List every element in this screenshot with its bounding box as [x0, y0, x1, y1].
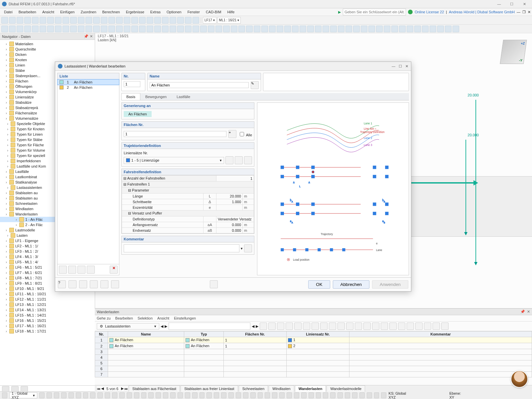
- bp-tool-button[interactable]: [286, 323, 293, 330]
- toolbar-button[interactable]: [323, 26, 329, 32]
- toolbar-button[interactable]: [177, 17, 184, 24]
- tree-item[interactable]: ›LF12 - ML1 : 11/21: [0, 297, 95, 302]
- toolbar-button[interactable]: [32, 17, 39, 24]
- sb-button[interactable]: [301, 392, 307, 398]
- panel-close-icon[interactable]: ✕: [90, 34, 93, 39]
- sb-button[interactable]: [337, 392, 343, 398]
- sb-button[interactable]: [39, 392, 45, 398]
- toolbar-button[interactable]: [93, 26, 100, 32]
- toolbar-button[interactable]: [193, 17, 199, 24]
- surface-input[interactable]: [124, 131, 226, 137]
- toolbar-button[interactable]: [307, 26, 314, 32]
- sb-button[interactable]: [178, 392, 183, 398]
- close-button[interactable]: ✕: [519, 2, 530, 6]
- pick-icon[interactable]: ⌖: [228, 130, 236, 138]
- next2-icon[interactable]: ▶: [256, 324, 258, 329]
- bp-tab[interactable]: Stablasten aus freier Linienlast: [181, 385, 238, 392]
- toolbar-button[interactable]: [108, 26, 115, 32]
- toolbar-button[interactable]: [391, 26, 398, 32]
- toolbar-button[interactable]: [124, 17, 130, 24]
- toolbar-button[interactable]: [47, 26, 54, 32]
- sb-button[interactable]: [323, 392, 328, 398]
- toolbar-button[interactable]: [223, 26, 230, 32]
- tree-item[interactable]: ›Querschnitte: [0, 47, 95, 52]
- toolbar-button[interactable]: [78, 17, 84, 24]
- mdi-restore-icon[interactable]: ❐: [522, 10, 526, 14]
- moving-loads-table[interactable]: Nr.NameTyp Flächen Nr.Liniensatz Nr.Komm…: [95, 331, 532, 377]
- opt3-icon[interactable]: [100, 280, 108, 288]
- bp-tool-button[interactable]: [372, 323, 379, 330]
- sb-icon[interactable]: [2, 392, 7, 398]
- toolbar-button[interactable]: [353, 26, 360, 32]
- toolbar-button[interactable]: [193, 26, 199, 32]
- tree-item[interactable]: ›LF17 - ML1 : 16/21: [0, 323, 95, 329]
- panel-pin-icon[interactable]: 📌: [520, 310, 525, 314]
- bp-tool-button[interactable]: [337, 323, 345, 330]
- pin-icon[interactable]: 📌: [84, 34, 88, 39]
- toolbar-button[interactable]: [55, 17, 62, 24]
- toolbar-button[interactable]: [154, 26, 161, 32]
- units-icon[interactable]: [68, 280, 76, 288]
- sb-button[interactable]: [258, 392, 263, 398]
- sb-button[interactable]: [112, 392, 117, 398]
- sb-button[interactable]: [316, 392, 321, 398]
- bp-combo[interactable]: ⚙Lastassistenten▾: [97, 323, 159, 330]
- bp-tool-button[interactable]: [268, 323, 276, 330]
- sb-button[interactable]: [185, 392, 190, 398]
- sb-button[interactable]: [163, 392, 168, 398]
- toolbar-button[interactable]: [292, 26, 299, 32]
- toolbar-button[interactable]: [376, 26, 383, 32]
- toolbar-button[interactable]: [384, 26, 390, 32]
- bp-tool-button[interactable]: [312, 323, 319, 330]
- sb-button[interactable]: [97, 392, 103, 398]
- cs-combo[interactable]: 1 - Global XYZ ▾: [9, 392, 37, 398]
- next-icon[interactable]: ▶: [165, 324, 167, 329]
- sb-button[interactable]: [90, 392, 95, 398]
- mdi-close-icon[interactable]: ✕: [528, 10, 531, 14]
- toolbar-button[interactable]: [162, 26, 169, 32]
- toolbar-button[interactable]: [139, 17, 146, 24]
- apply-button[interactable]: Anwenden: [372, 280, 408, 289]
- toolbar-button[interactable]: [131, 17, 138, 24]
- sb-button[interactable]: [221, 392, 226, 398]
- toolbar-button[interactable]: [361, 26, 367, 32]
- bp-filter-input[interactable]: [169, 323, 250, 330]
- toolbar-button[interactable]: [85, 17, 92, 24]
- bp-tool-button[interactable]: [355, 323, 362, 330]
- bp-tool-button[interactable]: [381, 323, 388, 330]
- toolbar-button[interactable]: [399, 26, 406, 32]
- menu-datei[interactable]: Datei: [1, 9, 15, 15]
- nr-input[interactable]: [124, 81, 140, 87]
- minimize-button[interactable]: —: [493, 2, 505, 6]
- toolbar-button[interactable]: [116, 17, 123, 24]
- toolbar-button[interactable]: [238, 26, 245, 32]
- bp-menu[interactable]: Selektion: [138, 316, 153, 320]
- bp-menu[interactable]: Bearbeiten: [115, 316, 133, 320]
- sb-button[interactable]: [105, 392, 110, 398]
- opt2-icon[interactable]: [90, 280, 98, 288]
- toolbar-button[interactable]: [9, 26, 16, 32]
- toolbar-button[interactable]: [147, 17, 153, 24]
- bp-tool-button[interactable]: [424, 323, 431, 330]
- toolbar-button[interactable]: [407, 26, 413, 32]
- menu-ergebnisse[interactable]: Ergebnisse: [123, 9, 147, 15]
- toolbar-button[interactable]: [445, 26, 452, 32]
- toolbar-button[interactable]: [9, 17, 16, 24]
- sb-button[interactable]: [134, 392, 139, 398]
- gen-value[interactable]: An Flächen: [124, 111, 152, 117]
- new-lineset-icon[interactable]: [225, 156, 233, 164]
- sb-button[interactable]: [294, 392, 299, 398]
- toolbar-button[interactable]: [437, 26, 444, 32]
- maximize-button[interactable]: ☐: [506, 2, 517, 6]
- bp-menu[interactable]: Ansicht: [157, 316, 169, 320]
- sb-button[interactable]: [61, 392, 66, 398]
- tab-lastfaelle[interactable]: Lastfälle: [172, 93, 195, 100]
- toolbar-button[interactable]: [24, 26, 31, 32]
- menu-zuordnen[interactable]: Zuordnen: [78, 9, 99, 15]
- toolbar-button[interactable]: [422, 26, 429, 32]
- sb-button[interactable]: [265, 392, 270, 398]
- toolbar-button[interactable]: [185, 17, 192, 24]
- comment-edit-icon[interactable]: [244, 244, 252, 252]
- toolbar-button[interactable]: [47, 17, 54, 24]
- tree-item[interactable]: ›LF13 - ML1 : 12/21: [0, 302, 95, 307]
